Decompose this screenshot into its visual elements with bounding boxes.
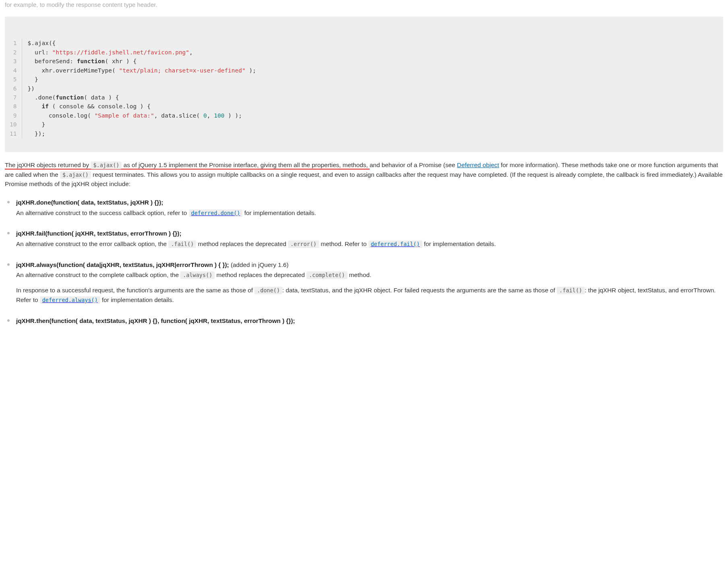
desc-text: method replaces the deprecated (196, 240, 288, 247)
code-line: } (22, 120, 256, 129)
code-table: 1$.ajax({2 url: "https://fiddle.jshell.n… (10, 39, 256, 138)
method-signature-row: jqXHR.always(function( data|jqXHR, textS… (16, 260, 723, 270)
inline-code-ajax: $.ajax() (60, 171, 91, 179)
methods-list: jqXHR.done(function( data, textStatus, j… (5, 198, 723, 325)
line-number: 6 (10, 84, 22, 93)
code-line: }) (22, 84, 256, 93)
code-line: console.log( "Sample of data:", data.sli… (22, 111, 256, 120)
method-desc: An alternative construct to the success … (16, 208, 723, 218)
line-number: 8 (10, 102, 22, 111)
desc-text: An alternative construct to the error ca… (16, 240, 168, 247)
code-line: xhr.overrideMimeType( "text/plain; chars… (22, 66, 256, 75)
inline-code: .complete() (306, 271, 347, 279)
line-number: 11 (10, 129, 22, 138)
inline-code: deferred.done() (189, 209, 243, 217)
line-number: 7 (10, 93, 22, 102)
desc-text: method replaces the deprecated (215, 271, 306, 278)
method-desc: An alternative construct to the error ca… (16, 239, 723, 249)
desc-text: for implementation details. (242, 209, 316, 216)
line-number: 4 (10, 66, 22, 75)
method-signature: jqXHR.always(function( data|jqXHR, textS… (16, 261, 229, 268)
method-desc-2: In response to a successful request, the… (16, 285, 723, 304)
line-number: 3 (10, 57, 22, 66)
inline-code-ajax: $.ajax() (91, 161, 122, 169)
para-text: as of jQuery 1.5 implement the Promise i… (122, 161, 368, 168)
inline-code: .fail() (557, 287, 585, 294)
code-line: .done(function( data ) { (22, 93, 256, 102)
desc-text: method. Refer to (319, 240, 368, 247)
para-text: request terminates. This allows you to a… (5, 171, 723, 188)
desc-text: for implementation details. (100, 296, 174, 303)
code-sample: 1$.ajax({2 url: "https://fiddle.jshell.n… (5, 17, 723, 152)
code-line: if ( console && console.log ) { (22, 102, 256, 111)
line-number: 1 (10, 39, 22, 48)
desc-text: for implementation details. (422, 240, 496, 247)
deferred-object-link[interactable]: Deferred object (457, 161, 499, 168)
deferred-done-link[interactable]: deferred.done() (189, 209, 243, 216)
line-number: 2 (10, 48, 22, 57)
line-number: 10 (10, 120, 22, 129)
desc-text: An alternative construct to the complete… (16, 271, 180, 278)
inline-code: deferred.fail() (368, 240, 422, 248)
method-signature: jqXHR.done(function( data, textStatus, j… (16, 198, 723, 207)
inline-code: .done() (254, 287, 282, 294)
highlighted-line: The jqXHR objects returned by $.ajax() a… (5, 161, 370, 170)
version-note: (added in jQuery 1.6) (229, 261, 289, 268)
para-text: and behavior of a Promise (see (370, 161, 457, 168)
para-text: The jqXHR objects returned by (5, 161, 91, 168)
method-done: jqXHR.done(function( data, textStatus, j… (16, 198, 723, 217)
method-always: jqXHR.always(function( data|jqXHR, textS… (16, 260, 723, 305)
deferred-always-link[interactable]: deferred.always() (40, 296, 100, 303)
inline-code: .error() (288, 240, 319, 248)
desc-text: : data, textStatus, and the jqXHR object… (282, 287, 557, 294)
inline-code: .fail() (168, 240, 196, 248)
code-line: } (22, 75, 256, 84)
inline-code: deferred.always() (40, 296, 100, 304)
method-signature: jqXHR.then(function( data, textStatus, j… (16, 316, 723, 326)
intro-cut-text: for example, to modify the response cont… (5, 0, 723, 13)
line-number: 9 (10, 111, 22, 120)
code-line: }); (22, 129, 256, 138)
method-desc: An alternative construct to the complete… (16, 270, 723, 280)
line-number: 5 (10, 75, 22, 84)
code-line: beforeSend: function( xhr ) { (22, 57, 256, 66)
method-fail: jqXHR.fail(function( jqXHR, textStatus, … (16, 229, 723, 248)
desc-text: In response to a successful request, the… (16, 287, 254, 294)
desc-text: An alternative construct to the success … (16, 209, 189, 216)
code-line: url: "https://fiddle.jshell.net/favicon.… (22, 48, 256, 57)
method-then: jqXHR.then(function( data, textStatus, j… (16, 316, 723, 326)
code-line: $.ajax({ (22, 39, 256, 48)
desc-text: method. (347, 271, 372, 278)
inline-code: .always() (180, 271, 215, 279)
method-signature: jqXHR.fail(function( jqXHR, textStatus, … (16, 229, 723, 238)
main-paragraph: The jqXHR objects returned by $.ajax() a… (5, 160, 723, 189)
deferred-fail-link[interactable]: deferred.fail() (368, 240, 422, 247)
